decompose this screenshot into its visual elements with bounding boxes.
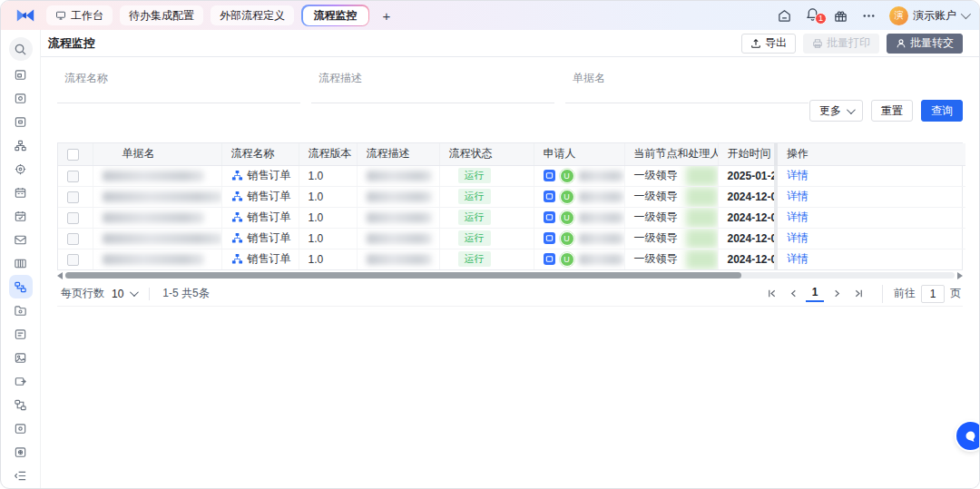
scrollbar-thumb[interactable] bbox=[65, 272, 741, 279]
sidebar-item-15[interactable] bbox=[9, 416, 33, 440]
select-all-checkbox[interactable] bbox=[67, 149, 79, 161]
sidebar-item-16[interactable] bbox=[9, 440, 33, 464]
tab-todo-integration-config[interactable]: 待办集成配置 bbox=[120, 5, 203, 25]
sidebar-item-11[interactable] bbox=[9, 322, 33, 346]
gift-icon[interactable] bbox=[833, 8, 848, 24]
detail-link[interactable]: 详情 bbox=[787, 252, 808, 265]
sidebar-item-14[interactable] bbox=[9, 393, 33, 416]
last-page-button[interactable] bbox=[849, 285, 867, 303]
redacted-applicant-name bbox=[579, 254, 624, 265]
rows-per-page-select[interactable]: 10 bbox=[112, 288, 150, 300]
sidebar-search[interactable] bbox=[9, 37, 33, 61]
row-checkbox[interactable] bbox=[67, 212, 79, 224]
filter-label: 流程名称 bbox=[64, 72, 108, 84]
scroll-left-icon[interactable] bbox=[57, 272, 63, 279]
row-checkbox[interactable] bbox=[67, 171, 79, 182]
workflow-icon bbox=[14, 280, 27, 294]
status-badge: 运行 bbox=[458, 251, 491, 267]
batch-print-button[interactable]: 批量打印 bbox=[803, 34, 879, 54]
collapse-menu-icon bbox=[14, 469, 27, 483]
detail-link[interactable]: 详情 bbox=[787, 169, 808, 181]
sidebar-item-7[interactable] bbox=[9, 204, 33, 228]
gear-icon bbox=[14, 162, 27, 176]
filter-process-description-input[interactable]: 流程描述 bbox=[311, 69, 554, 103]
process-table: 单据名 流程名称 流程版本 流程描述 流程状态 申请人 当前节点和处理人 开始时… bbox=[57, 142, 963, 270]
row-checkbox[interactable] bbox=[67, 191, 79, 203]
first-page-button[interactable] bbox=[762, 285, 780, 303]
sidebar-item-process-monitor-active[interactable] bbox=[9, 275, 33, 298]
more-filters-button[interactable]: 更多 bbox=[809, 100, 863, 122]
person-icon bbox=[896, 38, 906, 49]
process-name: 销售订单 bbox=[248, 210, 291, 225]
query-button[interactable]: 查询 bbox=[921, 100, 963, 122]
box-icon bbox=[14, 422, 27, 435]
sidebar-item-5[interactable] bbox=[9, 157, 33, 181]
start-time: 2025-01-24 12 bbox=[728, 170, 777, 182]
horizontal-scrollbar[interactable] bbox=[57, 271, 963, 279]
last-page-icon bbox=[854, 289, 864, 298]
tab-label: 流程监控 bbox=[314, 8, 358, 24]
sidebar-item-8[interactable] bbox=[9, 228, 33, 251]
reset-button[interactable]: 重置 bbox=[871, 100, 913, 122]
process-name: 销售订单 bbox=[248, 189, 291, 204]
search-icon bbox=[14, 43, 27, 56]
more-options-icon[interactable] bbox=[861, 8, 877, 24]
redacted-description bbox=[367, 233, 432, 244]
current-page[interactable]: 1 bbox=[806, 286, 824, 302]
sidebar-item-13[interactable] bbox=[9, 369, 33, 393]
topbar-right-cluster: 1 演 演示账户 bbox=[777, 6, 968, 25]
sidebar-item-2[interactable] bbox=[9, 86, 33, 110]
row-checkbox[interactable] bbox=[67, 233, 79, 245]
app-window: 工作台 待办集成配置 外部流程定义 流程监控 + bbox=[0, 0, 980, 489]
row-checkbox[interactable] bbox=[67, 254, 79, 266]
applicant-avatar: U bbox=[560, 190, 574, 204]
sidebar-item-6[interactable] bbox=[9, 181, 33, 204]
filter-document-name-input[interactable]: 单据名 bbox=[565, 69, 808, 103]
home-icon[interactable] bbox=[777, 8, 792, 24]
col-header-node: 当前节点和处理人 bbox=[624, 143, 718, 165]
prev-page-button[interactable] bbox=[784, 285, 802, 303]
detail-link[interactable]: 详情 bbox=[787, 190, 808, 202]
chat-fab-button[interactable] bbox=[956, 422, 980, 450]
redacted-doc-name bbox=[103, 233, 222, 244]
process-version: 1.0 bbox=[309, 170, 324, 182]
filter-process-name-input[interactable]: 流程名称 bbox=[57, 69, 300, 103]
icon-sidebar bbox=[1, 30, 41, 488]
redacted-applicant-name bbox=[579, 212, 624, 223]
account-menu[interactable]: 演 演示账户 bbox=[889, 6, 968, 25]
start-time: 2024-12-09 16 bbox=[728, 253, 777, 266]
sidebar-item-3[interactable] bbox=[9, 110, 33, 133]
sidebar-item-12[interactable] bbox=[9, 346, 33, 369]
sidebar-item-4[interactable] bbox=[9, 133, 33, 157]
scroll-right-icon[interactable] bbox=[957, 272, 963, 279]
redacted-doc-name bbox=[103, 212, 204, 223]
chat-icon bbox=[964, 429, 978, 444]
detail-link[interactable]: 详情 bbox=[787, 231, 808, 244]
batch-transfer-button[interactable]: 批量转交 bbox=[887, 34, 963, 54]
start-time: 2024-12-09 16 bbox=[728, 211, 777, 224]
tab-external-process-definition[interactable]: 外部流程定义 bbox=[211, 5, 294, 25]
sidebar-item-1[interactable] bbox=[9, 63, 33, 86]
page-title: 流程监控 bbox=[48, 35, 95, 52]
tab-label: 工作台 bbox=[71, 8, 103, 24]
sidebar-collapse-button[interactable] bbox=[9, 464, 33, 487]
notifications[interactable]: 1 bbox=[805, 6, 820, 25]
scrollbar-track[interactable] bbox=[65, 272, 955, 279]
next-page-button[interactable] bbox=[828, 285, 846, 303]
redacted-description bbox=[367, 171, 432, 181]
browser-tabs: 工作台 待办集成配置 外部流程定义 流程监控 + bbox=[46, 5, 397, 26]
tab-workbench[interactable]: 工作台 bbox=[46, 5, 113, 25]
process-version: 1.0 bbox=[309, 191, 324, 203]
detail-link[interactable]: 详情 bbox=[787, 210, 808, 223]
tab-process-monitor-active[interactable]: 流程监控 bbox=[301, 5, 369, 26]
new-tab-button[interactable]: + bbox=[377, 5, 397, 25]
goto-page-input[interactable] bbox=[921, 285, 945, 303]
status-badge: 运行 bbox=[458, 230, 491, 246]
sidebar-item-9[interactable] bbox=[9, 251, 33, 275]
process-type-icon bbox=[231, 191, 243, 202]
sidebar-item-10[interactable] bbox=[9, 298, 33, 322]
export-button[interactable]: 导出 bbox=[741, 34, 796, 54]
filter-label: 单据名 bbox=[573, 72, 605, 84]
col-header-process-name: 流程名称 bbox=[221, 143, 299, 165]
col-header-action: 操作 bbox=[776, 143, 965, 165]
